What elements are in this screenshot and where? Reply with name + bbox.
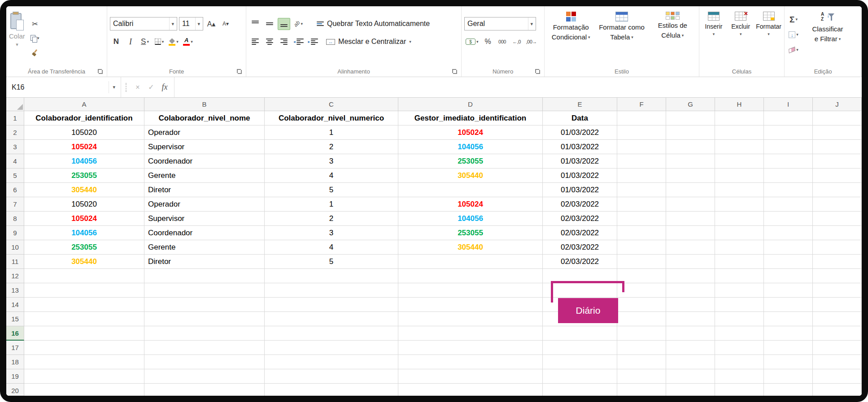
cell-G19[interactable] xyxy=(666,369,715,384)
cell-A3[interactable]: 105024 xyxy=(24,140,144,154)
cell-I6[interactable] xyxy=(764,183,813,197)
cell-J8[interactable] xyxy=(813,212,862,226)
number-dialog-launcher[interactable] xyxy=(535,69,541,74)
cell-D15[interactable] xyxy=(398,312,543,326)
row-header-8[interactable]: 8 xyxy=(6,212,24,226)
cell-D10[interactable]: 305440 xyxy=(398,240,543,255)
cell-A17[interactable] xyxy=(24,341,144,355)
cell-H4[interactable] xyxy=(715,154,764,169)
column-header-D[interactable]: D xyxy=(398,98,543,111)
cell-I9[interactable] xyxy=(764,226,813,240)
cell-H7[interactable] xyxy=(715,197,764,212)
font-color-button[interactable]: A▾ xyxy=(182,36,194,48)
row-header-11[interactable]: 11 xyxy=(6,255,24,269)
cell-D1[interactable]: Gestor_imediato_identification xyxy=(398,111,543,125)
cell-F5[interactable] xyxy=(617,169,666,183)
cell-B5[interactable]: Gerente xyxy=(144,169,265,183)
bold-button[interactable]: N xyxy=(110,36,122,48)
diario-shape[interactable]: Diário xyxy=(558,298,618,323)
delete-cells-button[interactable]: × Excluir ▾ xyxy=(729,6,752,66)
cell-B13[interactable] xyxy=(144,283,265,298)
borders-button[interactable]: ▾ xyxy=(153,36,166,48)
cell-B9[interactable]: Coordenador xyxy=(144,226,265,240)
cell-J13[interactable] xyxy=(813,283,862,298)
cell-A2[interactable]: 105020 xyxy=(24,125,144,140)
cell-E8[interactable]: 02/03/2022 xyxy=(543,212,617,226)
cell-C18[interactable] xyxy=(265,355,398,369)
cell-A5[interactable]: 253055 xyxy=(24,169,144,183)
cell-J14[interactable] xyxy=(813,298,862,312)
sort-filter-button[interactable]: AZ ↓ Classificar e Filtrar▾ xyxy=(803,6,852,66)
cell-D8[interactable]: 104056 xyxy=(398,212,543,226)
cell-A14[interactable] xyxy=(24,298,144,312)
cell-A20[interactable] xyxy=(24,384,144,396)
cell-G8[interactable] xyxy=(666,212,715,226)
cell-H17[interactable] xyxy=(715,341,764,355)
cell-G7[interactable] xyxy=(666,197,715,212)
row-header-2[interactable]: 2 xyxy=(6,125,24,140)
row-header-16[interactable]: 16 xyxy=(6,326,24,341)
row-header-7[interactable]: 7 xyxy=(6,197,24,212)
cell-I16[interactable] xyxy=(764,326,813,341)
cell-F20[interactable] xyxy=(617,384,666,396)
row-header-9[interactable]: 9 xyxy=(6,226,24,240)
cell-D11[interactable] xyxy=(398,255,543,269)
row-header-5[interactable]: 5 xyxy=(6,169,24,183)
column-header-C[interactable]: C xyxy=(265,98,398,111)
cell-A8[interactable]: 105024 xyxy=(24,212,144,226)
cell-F8[interactable] xyxy=(617,212,666,226)
cell-C12[interactable] xyxy=(265,269,398,283)
cell-A11[interactable]: 305440 xyxy=(24,255,144,269)
cell-F18[interactable] xyxy=(617,355,666,369)
cell-J1[interactable] xyxy=(813,111,862,125)
cell-C10[interactable]: 4 xyxy=(265,240,398,255)
cell-B1[interactable]: Colaborador_nivel_nome xyxy=(144,111,265,125)
cell-F15[interactable] xyxy=(617,312,666,326)
cell-A13[interactable] xyxy=(24,283,144,298)
column-header-G[interactable]: G xyxy=(666,98,715,111)
cell-F1[interactable] xyxy=(617,111,666,125)
cell-C19[interactable] xyxy=(265,369,398,384)
cell-I2[interactable] xyxy=(764,125,813,140)
cell-F11[interactable] xyxy=(617,255,666,269)
cell-F7[interactable] xyxy=(617,197,666,212)
cell-E19[interactable] xyxy=(543,369,617,384)
format-painter-button[interactable] xyxy=(29,47,41,59)
cell-B18[interactable] xyxy=(144,355,265,369)
font-dialog-launcher[interactable] xyxy=(236,69,242,74)
align-center-button[interactable] xyxy=(263,36,276,48)
font-size-select[interactable]: 11▾ xyxy=(179,17,203,30)
cell-F10[interactable] xyxy=(617,240,666,255)
column-header-A[interactable]: A xyxy=(24,98,144,111)
column-header-F[interactable]: F xyxy=(617,98,666,111)
row-header-14[interactable]: 14 xyxy=(6,298,24,312)
cell-C1[interactable]: Colaborador_nivel_numerico xyxy=(265,111,398,125)
cell-E10[interactable]: 02/03/2022 xyxy=(543,240,617,255)
cell-A15[interactable] xyxy=(24,312,144,326)
cell-I15[interactable] xyxy=(764,312,813,326)
cell-A12[interactable] xyxy=(24,269,144,283)
cell-B2[interactable]: Operador xyxy=(144,125,265,140)
cell-G17[interactable] xyxy=(666,341,715,355)
cell-D2[interactable]: 105024 xyxy=(398,125,543,140)
cell-J12[interactable] xyxy=(813,269,862,283)
cell-G18[interactable] xyxy=(666,355,715,369)
cell-G5[interactable] xyxy=(666,169,715,183)
cell-D5[interactable]: 305440 xyxy=(398,169,543,183)
cell-A7[interactable]: 105020 xyxy=(24,197,144,212)
cell-I1[interactable] xyxy=(764,111,813,125)
cell-B10[interactable]: Gerente xyxy=(144,240,265,255)
cell-B15[interactable] xyxy=(144,312,265,326)
row-header-10[interactable]: 10 xyxy=(6,240,24,255)
cell-F2[interactable] xyxy=(617,125,666,140)
cell-J6[interactable] xyxy=(813,183,862,197)
cell-A1[interactable]: Colaborador_identification xyxy=(24,111,144,125)
decrease-decimal-button[interactable]: ,00→ xyxy=(525,36,538,48)
cell-D6[interactable] xyxy=(398,183,543,197)
cell-D16[interactable] xyxy=(398,326,543,341)
cell-G13[interactable] xyxy=(666,283,715,298)
cell-I12[interactable] xyxy=(764,269,813,283)
cell-C4[interactable]: 3 xyxy=(265,154,398,169)
cell-H20[interactable] xyxy=(715,384,764,396)
cell-E7[interactable]: 02/03/2022 xyxy=(543,197,617,212)
